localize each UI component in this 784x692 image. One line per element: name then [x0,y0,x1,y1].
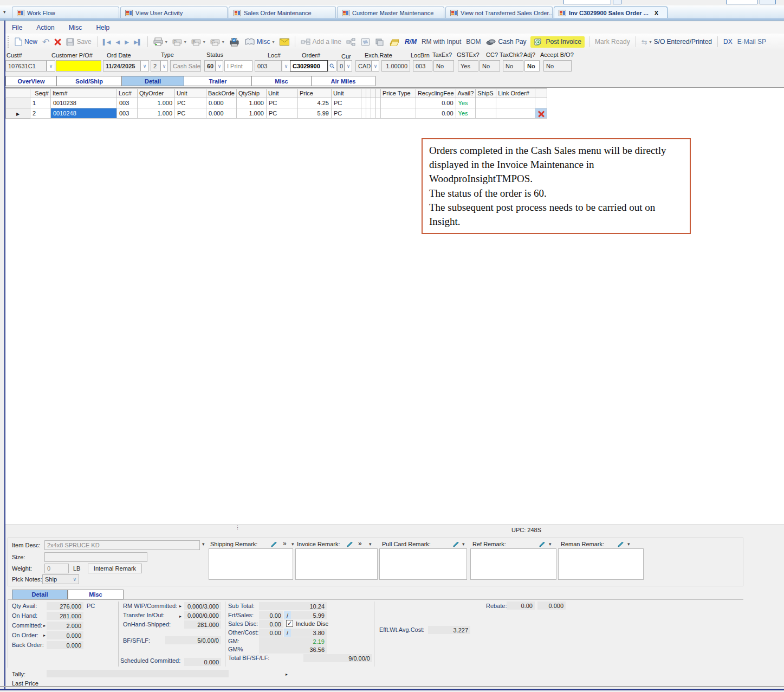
col-loc[interactable]: Loc# [117,89,138,98]
tally-bar[interactable] [47,670,229,677]
row-indicator-current[interactable]: ▶ [6,108,30,119]
tab-trailer[interactable]: Trailer [184,76,252,86]
tab-detail[interactable]: Detail [122,76,184,86]
type-dropdown[interactable]: ∨ [160,60,168,72]
drill-arrow-icon[interactable]: ▸ [179,604,182,609]
mark-ready-button[interactable]: Mark Ready [594,37,631,47]
tax-ex-field[interactable]: No [433,60,454,72]
expand-remark-icon[interactable]: » [283,540,287,547]
edit-pencil-icon[interactable] [539,541,546,547]
ord-date-dropdown[interactable]: ∨ [140,60,149,72]
window-tab-inv-sales-order[interactable]: Inv C3029900 Sales Order ... X [554,7,668,18]
cur-code-dropdown[interactable]: ∨ [372,60,379,72]
accept-bo-field[interactable]: No [543,60,572,72]
cell-unit[interactable]: PC [266,108,297,119]
print-button[interactable]: ▾ [152,36,169,47]
cell-qty-order[interactable]: 1.000 [138,98,175,108]
edit-pencil-icon[interactable] [618,541,624,547]
email-button[interactable] [278,37,290,47]
rm-with-input-button[interactable]: RM with Input [420,37,462,47]
window-tab-customer-master-maintenance[interactable]: Customer Master Maintenance [337,7,444,18]
cell-unit[interactable]: PC [266,98,297,108]
cur-field[interactable]: 0 [337,60,345,72]
tab-overview[interactable]: OverView [5,76,57,86]
fax-button[interactable] [228,36,241,48]
tab-list-dropdown-icon[interactable]: ▾ [3,9,6,15]
grid-row-2[interactable]: ▶ 2 0010248 003 1.000 PC 0.000 1.000 PC … [6,108,547,119]
cur-code-field[interactable]: CAD [355,60,372,72]
pick-notes-combo[interactable]: Ship ∨ [42,574,79,584]
window-tab-view-user-activity[interactable]: View User Activity [120,7,228,18]
drill-arrow-icon[interactable]: ▸ [43,623,46,628]
col-link-order[interactable]: Link Order# [496,89,535,98]
nav-last-button[interactable]: ▶▌ [133,38,143,46]
cell-price-type[interactable] [380,108,416,119]
dropdown-icon[interactable]: ▾ [291,541,294,547]
pull-card-remark-box[interactable] [379,548,467,580]
customer-po-field[interactable] [56,60,101,72]
cell-link-order[interactable] [496,108,535,119]
print-b-button[interactable]: B ▾ [190,36,206,47]
window-tab-view-not-transferred[interactable]: View not Transferred Sales Order... [445,7,553,18]
delete-row-button[interactable] [535,108,547,119]
cell-qty-order[interactable]: 1.000 [138,108,175,119]
nav-first-button[interactable]: ▌◀ [102,38,112,46]
rm-button[interactable]: R/M [404,37,418,47]
new-button[interactable]: New [14,36,38,47]
grid-corner[interactable] [6,89,30,98]
cell-price[interactable]: 5.99 [297,108,331,119]
col-seq[interactable]: Seq# [30,89,51,98]
tab-close-icon[interactable]: X [655,10,658,16]
cell-unit[interactable]: PC [175,108,206,119]
bom-button[interactable]: BOM [465,37,482,47]
menu-action[interactable]: Action [36,24,54,31]
tab-sold-ship[interactable]: Sold/Ship [57,76,122,86]
cash-pay-button[interactable]: Cash Pay [485,37,528,47]
cell-seq[interactable]: 2 [30,108,51,119]
dx-button[interactable]: DX [722,37,734,47]
tally-drill-arrow-icon[interactable]: ▸ [286,672,288,677]
cust-field[interactable]: 107631C1 [5,60,47,72]
loc-dropdown[interactable]: ∨ [282,60,290,72]
order-search-button[interactable] [328,60,336,72]
drill-arrow-icon[interactable]: ▸ [179,614,182,619]
copy-button[interactable] [374,37,385,47]
col-ship-s[interactable]: ShipS [476,89,496,98]
col-qty-order[interactable]: QtyOrder [138,89,175,98]
print-p-button[interactable]: P ▾ [171,36,187,47]
cell-recycling-fee[interactable]: 0.00 [416,108,456,119]
col-back-order[interactable]: BackOrde [206,89,237,98]
cell-price-type[interactable] [380,98,416,108]
save-button[interactable]: Save [65,37,92,47]
shipping-remark-box[interactable] [209,548,293,580]
col-unit3[interactable]: Unit [331,89,361,98]
ref-remark-box[interactable] [470,548,556,580]
nav-prev-button[interactable]: ◀ [115,38,121,46]
dropdown-icon[interactable]: ▾ [462,541,465,547]
ord-date-field[interactable]: 11/24/2025 [103,60,140,72]
cc-field[interactable]: No [480,60,500,72]
invoice-remark-box[interactable] [295,548,378,580]
misc-dropdown-button[interactable]: Misc ▾ [243,37,276,47]
col-item[interactable]: Item# [51,89,117,98]
window-tab-work-flow[interactable]: Work Flow [12,7,119,18]
transfer-button[interactable] [360,37,371,47]
tab-air-miles[interactable]: Air Miles [312,76,375,86]
bottom-tab-misc[interactable]: Misc [68,590,124,599]
email-sp-button[interactable]: E-Mail SP [736,37,767,47]
cell-item[interactable]: 0010238 [51,98,117,108]
splitter-grip[interactable]: ⋮ [235,526,239,533]
edit-pencil-icon[interactable] [453,541,459,547]
cell-unit[interactable]: PC [331,108,361,119]
col-qty-ship[interactable]: QtyShip [236,89,266,98]
window-tab-sales-order-maintenance[interactable]: Sales Order Maintenance [229,7,336,18]
cell-unit[interactable]: PC [331,98,361,108]
undo-button[interactable]: ↶ [41,36,50,48]
dropdown-icon[interactable]: ▾ [627,541,630,547]
edit-pencil-icon[interactable] [347,541,353,547]
type-field[interactable]: 2 [151,60,160,72]
gst-ex-field[interactable]: Yes [458,60,478,72]
tab-misc[interactable]: Misc [252,76,312,86]
nav-next-button[interactable]: ▶ [124,38,130,46]
include-disc-checkbox[interactable] [286,620,293,627]
